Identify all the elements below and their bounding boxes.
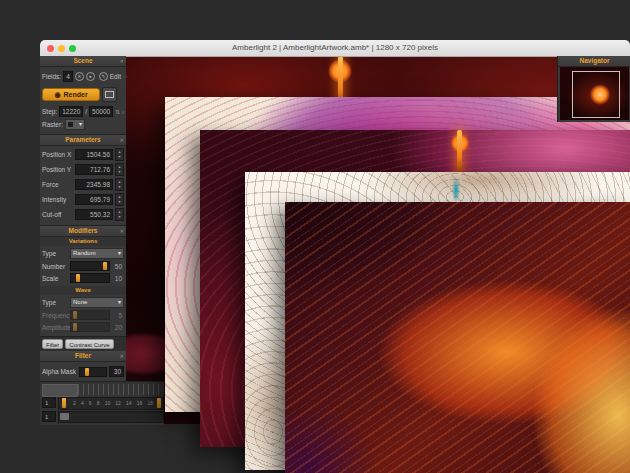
wave-type-dropdown[interactable]: None ▾ <box>70 297 124 308</box>
move-handle-icon[interactable]: ⁘ <box>123 73 128 81</box>
param-value-field[interactable]: 550.32 <box>75 209 113 220</box>
param-label: Force <box>42 181 73 188</box>
alpha-mask-value: 30 <box>109 366 124 377</box>
note-icon[interactable]: ♪ <box>122 109 125 115</box>
stepper-control[interactable]: ▴▾ <box>115 163 124 176</box>
variations-type-value: Random <box>73 249 96 258</box>
navigator-panel-title: Navigator <box>580 57 610 64</box>
number-slider[interactable] <box>70 261 110 271</box>
raster-dropdown[interactable]: ▾ <box>65 119 85 130</box>
tab-contrast-curve[interactable]: Contrast Curve <box>65 339 113 349</box>
tab-filter[interactable]: Filter <box>42 339 63 349</box>
chevron-down-icon: ▾ <box>118 249 121 258</box>
timeline-ruler <box>78 384 162 395</box>
scale-slider[interactable] <box>70 273 110 283</box>
timeline-tick-numbers: 24681012141618 <box>73 399 153 408</box>
close-icon[interactable]: ✕ <box>120 56 124 66</box>
scene-panel-title: Scene <box>73 57 92 64</box>
edit-label[interactable]: Edit <box>110 73 121 80</box>
render-button[interactable]: ◉ Render <box>42 88 100 101</box>
step-current-field[interactable]: 12220 <box>59 106 83 117</box>
navigator-view-rectangle[interactable] <box>572 71 620 118</box>
param-label: Cut-off <box>42 211 73 218</box>
raster-swatch <box>68 122 73 127</box>
raster-label: Raster: <box>42 121 63 128</box>
close-icon[interactable]: ✕ <box>120 135 124 145</box>
add-field-icon[interactable]: ● <box>86 72 95 81</box>
scene-panel: Scene ✕ Fields: 4 ✕ ● ✎ Edit ⁘ ◉ Render <box>40 56 126 135</box>
timeline-scroll-label: 1 <box>42 411 56 422</box>
window-title: Amberlight 2 | AmberlightArtwork.amb* | … <box>40 40 630 56</box>
timeline-panel: 1 24681012141618 1 <box>40 381 164 425</box>
titlebar[interactable]: Amberlight 2 | AmberlightArtwork.amb* | … <box>40 40 630 57</box>
timeline-scrollbar[interactable] <box>58 411 164 423</box>
artwork-layer-fire <box>285 202 630 473</box>
filter-panel-header[interactable]: Filter ✕ <box>40 351 126 362</box>
param-label: Intensity <box>42 196 73 203</box>
amplitude-slider[interactable] <box>70 322 110 332</box>
parameters-panel-title: Parameters <box>65 136 100 143</box>
parameters-panel: Parameters ✕ Position X1504.56▴▾ Positio… <box>40 135 126 226</box>
timeline-track-label: 1 <box>42 397 56 408</box>
timeline-end-marker[interactable] <box>157 398 161 408</box>
filter-tabs: Filter Contrast Curve <box>42 339 124 349</box>
chevron-down-icon: ▾ <box>118 298 121 307</box>
frequency-label: Frequency <box>42 312 68 319</box>
param-value-field[interactable]: 712.76 <box>75 164 113 175</box>
scale-label: Scale <box>42 275 68 282</box>
scene-panel-header[interactable]: Scene ✕ <box>40 56 126 67</box>
modifiers-panel-title: Modifiers <box>69 227 98 234</box>
number-label: Number <box>42 263 68 270</box>
desktop-background: Amberlight 2 | AmberlightArtwork.amb* | … <box>0 0 630 473</box>
variations-subheader: Variations <box>40 237 126 246</box>
stepper-control[interactable]: ▴▾ <box>115 148 124 161</box>
stepper-control[interactable]: ▴▾ <box>115 193 124 206</box>
navigator-panel-header[interactable]: Navigator <box>558 56 630 67</box>
alpha-mask-label: Alpha Mask <box>42 368 77 375</box>
flame-artwork-detail <box>457 130 462 174</box>
param-label: Position X <box>42 151 73 158</box>
wave-type-value: None <box>73 298 87 307</box>
wave-type-label: Type <box>42 299 68 306</box>
render-settings-button[interactable] <box>102 87 117 102</box>
swap-icon[interactable]: ⇅ <box>115 109 120 115</box>
render-button-label: Render <box>63 91 87 98</box>
param-label: Position Y <box>42 166 73 173</box>
number-value: 50 <box>112 263 122 270</box>
stepper-control[interactable]: ▴▾ <box>115 208 124 221</box>
timeline-scroll-handle[interactable] <box>60 413 69 420</box>
wave-subheader: Wave <box>40 286 126 295</box>
amplitude-label: Amplitude <box>42 324 68 331</box>
param-value-field[interactable]: 2345.98 <box>75 179 113 190</box>
modifiers-panel: Modifiers ✕ Variations Type Random ▾ Num… <box>40 226 126 337</box>
close-icon[interactable]: ✕ <box>120 351 124 361</box>
modifiers-panel-header[interactable]: Modifiers ✕ <box>40 226 126 237</box>
step-label: Step: <box>42 108 57 115</box>
image-icon <box>105 91 114 98</box>
param-value-field[interactable]: 695.79 <box>75 194 113 205</box>
navigator-panel: Navigator <box>557 56 630 122</box>
frequency-slider[interactable] <box>70 310 110 320</box>
stepper-control[interactable]: ▴▾ <box>115 178 124 191</box>
frequency-value: 5 <box>112 312 122 319</box>
alpha-mask-slider[interactable] <box>79 367 107 377</box>
fields-count-field[interactable]: 4 <box>63 71 73 82</box>
edit-field-icon[interactable]: ✎ <box>99 72 108 81</box>
navigator-thumbnail[interactable] <box>560 67 629 120</box>
parameters-panel-header[interactable]: Parameters ✕ <box>40 135 126 146</box>
scale-value: 10 <box>112 275 122 282</box>
remove-field-icon[interactable]: ✕ <box>75 72 84 81</box>
step-total-field[interactable]: 50000 <box>89 106 113 117</box>
timeline-track[interactable]: 24681012141618 <box>58 397 164 410</box>
variations-type-dropdown[interactable]: Random ▾ <box>70 248 124 259</box>
left-panel-column: Scene ✕ Fields: 4 ✕ ● ✎ Edit ⁘ ◉ Render <box>40 56 126 424</box>
param-value-field[interactable]: 1504.56 <box>75 149 113 160</box>
fields-label: Fields: <box>42 73 61 80</box>
chevron-down-icon: ▾ <box>79 120 82 129</box>
timeline-preview-box[interactable] <box>42 384 78 397</box>
close-icon[interactable]: ✕ <box>120 226 124 236</box>
variations-type-label: Type <box>42 250 68 257</box>
timeline-start-marker[interactable] <box>62 398 66 408</box>
step-separator: / <box>85 108 87 115</box>
render-icon: ◉ <box>54 91 60 99</box>
